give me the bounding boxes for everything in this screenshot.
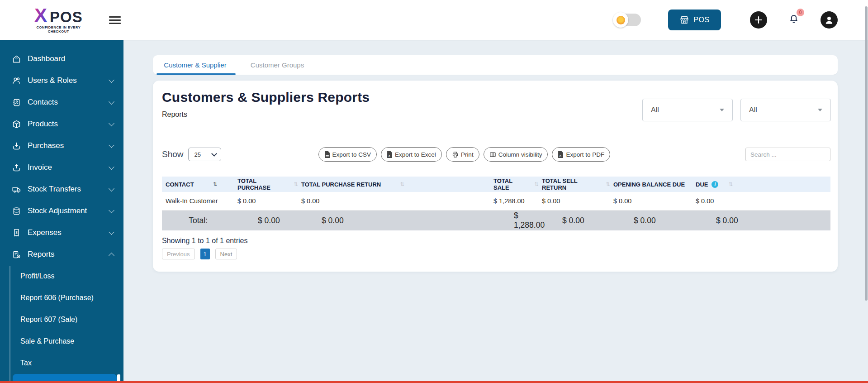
sidebar-item-purchases[interactable]: Purchases	[0, 135, 123, 157]
submenu-guide-line	[9, 266, 10, 383]
chevron-down-icon	[109, 207, 114, 213]
pos-button[interactable]: POS	[668, 10, 721, 30]
current-page-button[interactable]: 1	[200, 249, 210, 259]
sidebar-subitem-tax[interactable]: Tax	[0, 352, 123, 374]
user-avatar[interactable]	[821, 11, 838, 29]
logo-brand-text: POS	[50, 10, 83, 24]
pagination: Previous 1 Next	[162, 249, 237, 259]
table-cell: $ 0.00	[610, 192, 692, 211]
entries-summary: Showing 1 to 1 of 1 entries	[162, 237, 247, 245]
sort-icon[interactable]: ⇅	[534, 181, 538, 187]
sidebar-item-users-roles[interactable]: Users & Roles	[0, 70, 123, 91]
sidebar-item-label: Invoice	[28, 163, 52, 172]
excel-file-icon: x	[387, 151, 393, 158]
column-header-total-sell-return[interactable]: TOTAL SELL RETURN⇅	[538, 177, 610, 192]
total-cell: $ 0.00	[298, 211, 490, 231]
sidebar-item-label: Products	[28, 120, 58, 129]
sidebar-item-reports[interactable]: Reports	[0, 244, 123, 265]
dropdown-value: All	[651, 106, 659, 114]
add-button[interactable]	[750, 11, 767, 29]
sun-icon	[617, 16, 625, 24]
sidebar-subitem-report-607[interactable]: Report 607 (Sale)	[0, 309, 123, 330]
person-icon	[823, 14, 835, 26]
database-icon	[12, 206, 21, 216]
notification-badge: 0	[797, 9, 804, 16]
box-icon	[12, 120, 21, 129]
button-label: Export to Excel	[395, 151, 436, 158]
info-icon[interactable]: i	[711, 181, 718, 188]
column-header-total-purchase[interactable]: TOTAL PURCHASE⇅	[234, 177, 298, 192]
logo-x-icon: X	[34, 6, 50, 24]
sidebar-item-label: Stock Transfers	[28, 185, 81, 194]
table-cell: $ 1,288.00	[490, 192, 538, 211]
subitem-label: Profit/Loss	[20, 272, 55, 280]
column-header-total-sale[interactable]: TOTAL SALE⇅	[490, 177, 538, 192]
search-input[interactable]	[745, 148, 830, 161]
sort-icon[interactable]: ⇅	[400, 181, 404, 187]
filter-dropdown-1[interactable]: All	[642, 99, 733, 121]
sidebar-subitem-sale-purchase[interactable]: Sale & Purchase	[0, 330, 123, 352]
column-header-opening-balance-due[interactable]: OPENING BALANCE DUE	[610, 177, 692, 192]
table-total-row: Total: $ 0.00 $ 0.00 $ 1,288.00 $ 0.00 $…	[162, 211, 830, 231]
notifications-button[interactable]: 0	[788, 13, 800, 27]
sidebar-item-label: Purchases	[28, 141, 64, 150]
store-icon	[679, 15, 689, 25]
export-buttons: Export to CSV x Export to Excel Print Co…	[318, 147, 611, 162]
button-label: Column visibility	[498, 151, 542, 158]
svg-text:$: $	[15, 230, 18, 234]
pos-button-label: POS	[693, 16, 709, 24]
sidebar-item-dashboard[interactable]: Dashboard	[0, 48, 123, 70]
export-csv-button[interactable]: Export to CSV	[318, 147, 377, 162]
address-book-icon	[12, 98, 21, 107]
print-button[interactable]: Print	[446, 147, 479, 162]
sort-icon[interactable]: ⇅	[294, 181, 298, 187]
export-excel-button[interactable]: x Export to Excel	[381, 147, 442, 162]
column-visibility-button[interactable]: Column visibility	[484, 147, 548, 162]
table-cell: $ 0.00	[692, 192, 830, 211]
pdf-file-icon: A	[558, 151, 564, 158]
bottom-alert-bar	[0, 381, 868, 383]
columns-icon	[489, 151, 496, 158]
sidebar-item-label: Expenses	[28, 228, 62, 237]
page-size-select[interactable]: 25	[188, 148, 221, 161]
arrow-up-tray-icon	[12, 163, 21, 172]
sidebar-item-stock-adjustment[interactable]: Stock Adjustment	[0, 200, 123, 222]
table-row: Walk-In Customer $ 0.00 $ 0.00 $ 1,288.0…	[162, 192, 830, 211]
top-bar: X POS CONFIDENCE IN EVERY CHECKOUT POS 0	[0, 0, 868, 40]
tab-label: Customer Groups	[251, 61, 304, 69]
export-pdf-button[interactable]: A Export to PDF	[552, 147, 610, 162]
sidebar-item-contacts[interactable]: Contacts	[0, 91, 123, 113]
report-card: Customers & Suppliers Reports Reports Al…	[153, 81, 838, 272]
sidebar-item-label: Stock Adjustment	[28, 206, 87, 215]
sort-icon[interactable]: ⇅	[728, 181, 732, 187]
theme-toggle[interactable]	[614, 14, 641, 26]
receipt-icon: $	[12, 228, 21, 238]
tab-customer-supplier[interactable]: Customer & Supplier	[153, 55, 237, 75]
show-label: Show	[162, 149, 184, 159]
subitem-label: Tax	[20, 359, 32, 367]
menu-icon[interactable]	[109, 16, 121, 24]
arrow-down-tray-icon	[12, 141, 21, 151]
print-icon	[452, 151, 459, 158]
sidebar-subitem-report-606[interactable]: Report 606 (Purchase)	[0, 287, 123, 309]
plus-icon	[754, 15, 763, 24]
next-page-button[interactable]: Next	[215, 249, 237, 259]
sort-icon[interactable]: ⇅	[606, 181, 610, 187]
sidebar-item-products[interactable]: Products	[0, 113, 123, 135]
sidebar-item-stock-transfers[interactable]: Stock Transfers	[0, 178, 123, 200]
sidebar-item-expenses[interactable]: $ Expenses	[0, 222, 123, 244]
sidebar-item-invoice[interactable]: Invoice	[0, 157, 123, 178]
tab-customer-groups[interactable]: Customer Groups	[237, 55, 317, 75]
table-header-row: CONTACT⇅ TOTAL PURCHASE⇅ TOTAL PURCHASE …	[162, 177, 830, 192]
chevron-down-icon	[211, 151, 217, 157]
sidebar: Dashboard Users & Roles Contacts Product…	[0, 40, 123, 383]
page-scrollbar[interactable]	[865, 6, 868, 301]
table-cell: Walk-In Customer	[162, 192, 234, 211]
filter-dropdown-2[interactable]: All	[740, 99, 831, 121]
column-header-due[interactable]: DUEi⇅	[692, 177, 830, 192]
sidebar-subitem-profit-loss[interactable]: Profit/Loss	[0, 265, 123, 287]
column-header-total-purchase-return[interactable]: TOTAL PURCHASE RETURN⇅	[298, 177, 490, 192]
column-header-contact[interactable]: CONTACT⇅	[162, 177, 234, 192]
previous-page-button[interactable]: Previous	[162, 249, 195, 259]
sort-icon[interactable]: ⇅	[213, 181, 217, 187]
